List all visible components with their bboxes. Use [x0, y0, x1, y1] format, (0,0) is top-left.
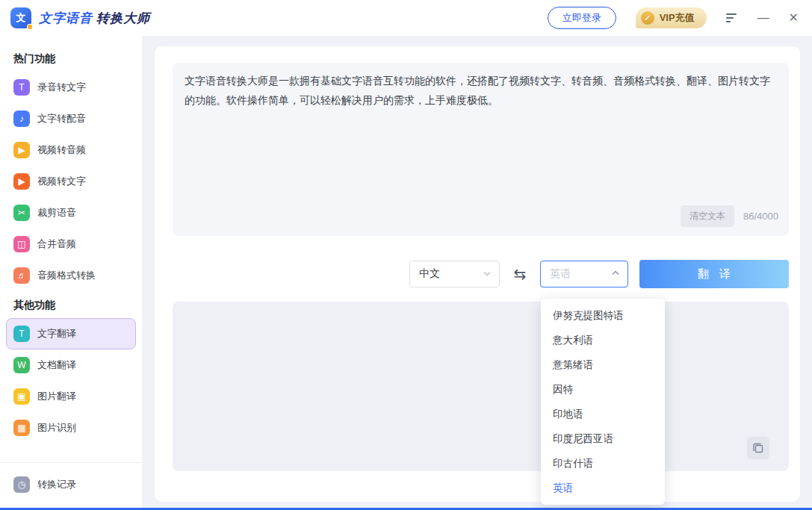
app-title: 文字语音转换大师	[39, 10, 150, 27]
source-language-value: 中文	[419, 267, 440, 281]
swap-languages-icon[interactable]: ⇆	[511, 265, 529, 283]
app-logo-glyph: 文	[16, 11, 26, 25]
sidebar-item-video-to-text[interactable]: ▶ 视频转文字	[6, 166, 136, 197]
copy-icon[interactable]	[747, 437, 769, 459]
main-content: 文字语音转换大师是一款拥有基础文字语音互转功能的软件，还搭配了视频转文字、转音频…	[142, 36, 812, 508]
video-to-audio-icon: ▶	[13, 142, 30, 158]
app-title-secondary: 转换大师	[96, 11, 150, 25]
conversion-history-icon: ◷	[13, 476, 30, 493]
trim-audio-icon: ✂	[13, 205, 30, 221]
clear-text-button[interactable]: 清空文本	[681, 205, 734, 227]
merge-audio-icon: ◫	[13, 236, 30, 252]
app-logo-icon: 文	[10, 7, 31, 28]
sidebar-section-hot: 热门功能	[0, 45, 142, 72]
menu-icon[interactable]	[726, 13, 738, 23]
sidebar-spacer	[0, 444, 142, 462]
language-toolbar: 中文 ⇆ 英语 翻译	[409, 260, 789, 288]
sidebar-item-record-to-text[interactable]: T 录音转文字	[6, 72, 136, 103]
sidebar-item-label: 视频转音频	[37, 143, 86, 157]
vip-check-icon: ✓	[641, 11, 654, 25]
result-area	[173, 302, 789, 471]
source-text: 文字语音转换大师是一款拥有基础文字语音互转功能的软件，还搭配了视频转文字、转音频…	[185, 72, 777, 111]
translate-button[interactable]: 翻译	[639, 260, 789, 288]
text-to-speech-icon: ♪	[13, 111, 30, 127]
source-text-area[interactable]: 文字语音转换大师是一款拥有基础文字语音互转功能的软件，还搭配了视频转文字、转音频…	[173, 63, 789, 236]
sidebar: 热门功能 T 录音转文字 ♪ 文字转配音 ▶ 视频转音频 ▶ 视频转文字 ✂ 裁…	[0, 36, 142, 508]
input-footer: 清空文本 86/4000	[681, 205, 778, 227]
sidebar-item-label: 录音转文字	[37, 81, 86, 94]
language-dropdown: 伊努克提图特语 意大利语 意第绪语 因特 印地语 印度尼西亚语 印古什语 英语	[541, 299, 665, 505]
record-to-text-icon: T	[13, 79, 30, 96]
sidebar-item-label: 合并音频	[37, 237, 76, 251]
dropdown-option[interactable]: 印古什语	[541, 451, 665, 476]
sidebar-item-label: 音频格式转换	[37, 269, 96, 282]
document-translate-icon: W	[13, 357, 30, 373]
sidebar-footer: ◷ 转换记录	[0, 463, 142, 508]
char-counter: 86/4000	[743, 211, 778, 222]
dropdown-option[interactable]: 因特	[541, 377, 665, 402]
image-recognition-icon: ▦	[13, 420, 30, 436]
sidebar-item-label: 转换记录	[37, 478, 76, 491]
vip-label: VIP充值	[660, 11, 695, 25]
login-button[interactable]: 立即登录	[548, 7, 616, 29]
titlebar: 文 文字语音转换大师 立即登录 ✓ VIP充值 — ✕	[0, 0, 812, 36]
chevron-down-icon	[483, 268, 492, 280]
minimize-button[interactable]: —	[757, 12, 769, 24]
sidebar-item-label: 文档翻译	[37, 358, 76, 372]
audio-format-convert-icon: ♬	[13, 267, 30, 284]
vip-recharge-button[interactable]: ✓ VIP充值	[636, 7, 707, 28]
chevron-up-icon	[611, 268, 620, 280]
sidebar-item-text-to-speech[interactable]: ♪ 文字转配音	[6, 103, 136, 134]
sidebar-item-text-translate[interactable]: T 文字翻译	[6, 318, 136, 349]
titlebar-actions: 立即登录 ✓ VIP充值 — ✕	[548, 7, 799, 29]
sidebar-item-label: 图片翻译	[37, 390, 76, 403]
dropdown-option-selected[interactable]: 英语	[541, 476, 665, 500]
sidebar-section-other: 其他功能	[0, 291, 142, 318]
dropdown-option[interactable]: 意第绪语	[541, 352, 665, 377]
sidebar-item-label: 文字翻译	[37, 327, 76, 340]
dropdown-option[interactable]: 伊努克提图特语	[541, 303, 665, 328]
translator-card: 文字语音转换大师是一款拥有基础文字语音互转功能的软件，还搭配了视频转文字、转音频…	[155, 46, 800, 502]
source-language-select[interactable]: 中文	[409, 261, 500, 287]
dropdown-option[interactable]: 意大利语	[541, 328, 665, 352]
close-button[interactable]: ✕	[789, 12, 799, 24]
sidebar-item-video-to-audio[interactable]: ▶ 视频转音频	[6, 134, 136, 166]
sidebar-item-label: 文字转配音	[37, 112, 86, 125]
sidebar-item-merge-audio[interactable]: ◫ 合并音频	[6, 228, 136, 260]
sidebar-item-trim-audio[interactable]: ✂ 裁剪语音	[6, 197, 136, 228]
app-title-primary: 文字语音	[39, 11, 93, 25]
target-language-value: 英语	[550, 267, 571, 281]
dropdown-option[interactable]: 印度尼西亚语	[541, 426, 665, 451]
text-translate-icon: T	[13, 326, 30, 342]
dropdown-option[interactable]: 印地语	[541, 402, 665, 426]
sidebar-item-label: 裁剪语音	[37, 206, 76, 220]
image-translate-icon: ▣	[13, 388, 30, 405]
target-language-select[interactable]: 英语	[540, 261, 628, 287]
sidebar-item-document-translate[interactable]: W 文档翻译	[6, 349, 136, 381]
sidebar-item-label: 视频转文字	[37, 175, 86, 188]
sidebar-item-label: 图片识别	[37, 421, 76, 435]
sidebar-item-image-translate[interactable]: ▣ 图片翻译	[6, 381, 136, 412]
sidebar-item-conversion-history[interactable]: ◷ 转换记录	[6, 469, 136, 500]
video-to-text-icon: ▶	[13, 173, 30, 190]
logo-accent	[27, 24, 33, 30]
sidebar-item-image-recognition[interactable]: ▦ 图片识别	[6, 412, 136, 444]
sidebar-item-audio-format-convert[interactable]: ♬ 音频格式转换	[6, 260, 136, 291]
